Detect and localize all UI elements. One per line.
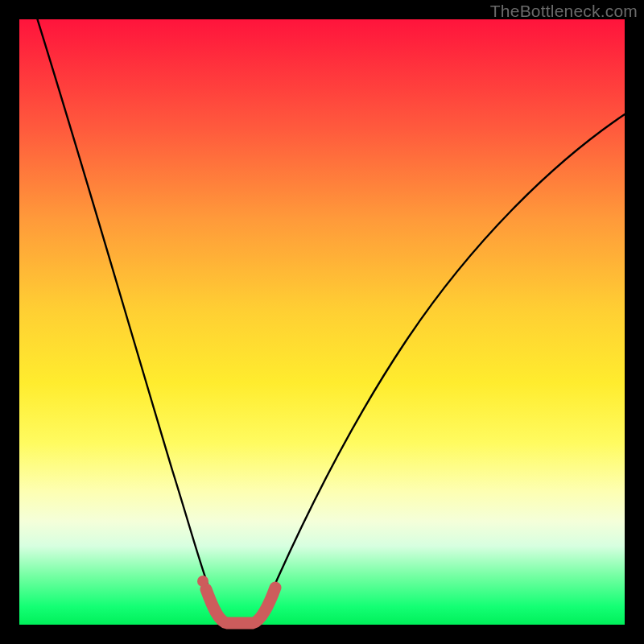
chart-plot-area: [19, 19, 625, 625]
watermark-text: TheBottleneck.com: [490, 2, 638, 21]
bottleneck-chart-svg: [19, 19, 625, 625]
bottleneck-curve-path: [27, 0, 625, 623]
bottleneck-highlight-path: [206, 588, 275, 623]
highlight-dot-icon: [197, 576, 208, 587]
